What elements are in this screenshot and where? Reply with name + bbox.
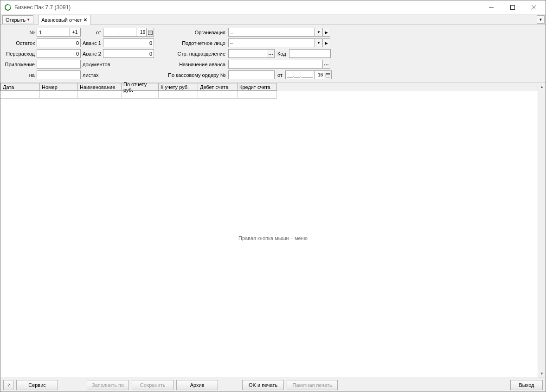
caret-down-icon: ▼: [26, 18, 30, 22]
date-from-value: __.__.____: [105, 30, 135, 35]
col-date[interactable]: Дата: [0, 83, 40, 91]
ostatok-input[interactable]: 0: [37, 38, 81, 47]
tabstrip-dropdown[interactable]: ▼: [537, 15, 545, 24]
scroll-up-icon[interactable]: ▲: [538, 83, 546, 91]
col-number[interactable]: Номер: [40, 83, 78, 91]
svg-rect-5: [148, 31, 152, 34]
context-menu-hint: Правая кнопка мыши – меню: [0, 235, 546, 241]
label-ot2: от: [275, 72, 285, 78]
chevron-down-icon[interactable]: ▼: [315, 38, 322, 47]
calendar-icon[interactable]: [324, 70, 332, 79]
number-value: 1: [37, 30, 69, 35]
vertical-scrollbar[interactable]: ▲ ▼: [538, 83, 546, 378]
label-naznachenie-avansa: Назначение аванса: [168, 62, 228, 67]
label-organizaciya: Организация: [168, 30, 228, 35]
open-label: Открыть: [6, 17, 26, 23]
window-controls: [481, 0, 545, 14]
na-input[interactable]: [37, 70, 81, 79]
table-row[interactable]: [0, 91, 546, 99]
table-body[interactable]: Правая кнопка мыши – меню: [0, 99, 546, 378]
service-button[interactable]: Сервис: [16, 380, 58, 390]
calendar-icon[interactable]: [146, 28, 154, 37]
label-prilozhenie: Приложение: [4, 62, 37, 67]
svg-rect-2: [511, 5, 515, 9]
col-to-account[interactable]: К учету руб.: [159, 83, 198, 91]
date-from-field[interactable]: __.__.____ 16: [103, 28, 154, 37]
help-button[interactable]: ?: [3, 380, 13, 390]
label-pererashod: Перерасход: [4, 51, 37, 57]
label-po-kassovomu-orderu: По кассовому ордеру №: [168, 72, 228, 78]
kassovy-order-input[interactable]: [228, 70, 275, 79]
prilozhenie-input[interactable]: [37, 60, 81, 69]
col-by-report[interactable]: По отчету руб.: [122, 83, 159, 91]
avans1-input[interactable]: 0: [103, 38, 154, 47]
date-from-week: 16: [136, 28, 146, 37]
chevron-down-icon[interactable]: ▼: [315, 28, 322, 37]
date2-field[interactable]: __.__.____ 16: [285, 70, 332, 79]
scroll-down-icon[interactable]: ▼: [538, 370, 546, 378]
form-panel: № 1 +1 от __.__.____ 16 Остаток 0 Ав: [0, 25, 546, 82]
app-icon: [4, 4, 12, 11]
tab-strip: Открыть ▼ Авансовый отчет × ▼: [0, 14, 546, 25]
bottom-toolbar: ? Сервис Заполнить по Сохранить Архив OK…: [0, 378, 546, 392]
arrow-right-icon[interactable]: ▶: [322, 38, 330, 47]
podotchetnoe-lico-combo[interactable]: – ▼ ▶: [228, 38, 330, 47]
number-spin-button[interactable]: +1: [69, 28, 80, 36]
col-credit[interactable]: Кредит счета: [238, 83, 277, 91]
label-na: на: [4, 72, 37, 78]
label-number: №: [4, 30, 37, 35]
open-button[interactable]: Открыть ▼: [2, 15, 33, 24]
ellipsis-icon[interactable]: …: [322, 60, 330, 69]
svg-rect-9: [326, 73, 330, 77]
date2-week: 16: [314, 70, 324, 79]
table-header: Дата Номер Наименование По отчету руб. К…: [0, 83, 546, 91]
avans2-input[interactable]: 0: [103, 49, 154, 58]
close-button[interactable]: [523, 0, 545, 14]
col-debit[interactable]: Дебет счета: [198, 83, 238, 91]
save-button[interactable]: Сохранить: [132, 380, 173, 390]
exit-button[interactable]: Выход: [510, 380, 543, 390]
label-kod: Код: [275, 51, 289, 57]
label-avans1: Аванс 1: [81, 40, 103, 46]
archive-button[interactable]: Архив: [176, 380, 218, 390]
tab-close-icon[interactable]: ×: [84, 17, 87, 23]
label-ostatok: Остаток: [4, 40, 37, 46]
col-name[interactable]: Наименование: [78, 83, 122, 91]
label-avans2: Аванс 2: [81, 51, 103, 57]
fill-by-button[interactable]: Заполнить по: [87, 380, 129, 390]
scroll-thumb[interactable]: [538, 91, 546, 370]
batch-print-button[interactable]: Пакетная печать: [287, 380, 338, 390]
number-field[interactable]: 1 +1: [37, 28, 81, 37]
tab-avansovy-otchet[interactable]: Авансовый отчет ×: [38, 15, 90, 25]
window-title: Бизнес Пак 7.7 (3091): [14, 4, 481, 11]
maximize-button[interactable]: [502, 0, 523, 14]
organizaciya-combo[interactable]: – ▼ ▶: [228, 28, 330, 37]
label-ot: от: [81, 30, 103, 35]
ok-print-button[interactable]: OK и печать: [242, 380, 284, 390]
title-bar: Бизнес Пак 7.7 (3091): [0, 0, 546, 14]
data-table: Дата Номер Наименование По отчету руб. К…: [0, 82, 546, 378]
label-str-podrazdelenie: Стр. подразделение: [168, 51, 228, 57]
tab-label: Авансовый отчет: [41, 17, 82, 23]
label-listah: листах: [81, 72, 154, 78]
minimize-button[interactable]: [481, 0, 502, 14]
pererashod-input[interactable]: 0: [37, 49, 81, 58]
ellipsis-icon[interactable]: …: [267, 49, 275, 58]
arrow-right-icon[interactable]: ▶: [322, 28, 330, 37]
str-podrazdelenie-field[interactable]: …: [228, 49, 275, 58]
label-dokumentov: документов: [81, 62, 154, 67]
kod-input[interactable]: [289, 49, 331, 58]
label-podotchetnoe-lico: Подотчетное лицо: [168, 40, 228, 46]
naznachenie-avansa-field[interactable]: …: [228, 60, 330, 69]
